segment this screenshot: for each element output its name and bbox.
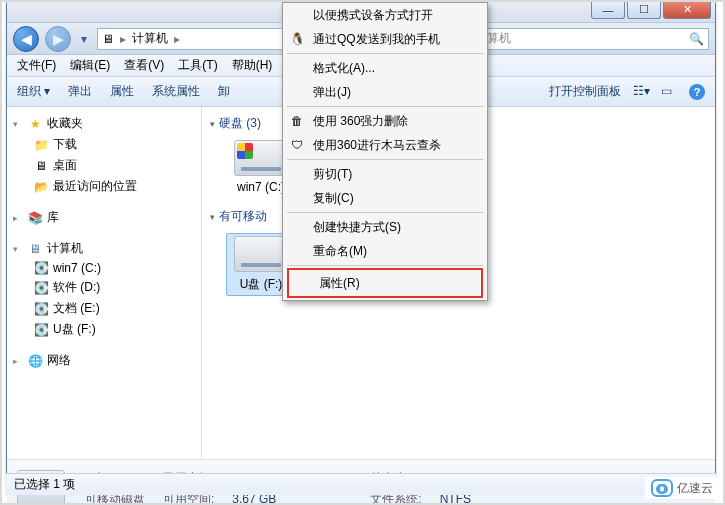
chevron-right-icon: ▸ xyxy=(13,213,23,223)
qq-icon: 🐧 xyxy=(289,32,305,46)
control-panel-button[interactable]: 打开控制面板 xyxy=(549,83,621,100)
eject-button[interactable]: 弹出 xyxy=(68,83,92,100)
preview-pane-icon[interactable]: ▭ xyxy=(661,84,677,100)
computer-icon: 🖥 xyxy=(27,242,43,256)
ctx-properties[interactable]: 属性(R) xyxy=(289,270,481,296)
status-bar: 已选择 1 项 xyxy=(6,473,716,495)
computer-icon: 🖥 xyxy=(102,32,114,46)
folder-icon: 📁 xyxy=(33,138,49,152)
sysprops-button[interactable]: 系统属性 xyxy=(152,83,200,100)
ctx-shortcut[interactable]: 创建快捷方式(S) xyxy=(283,215,487,239)
minimize-button[interactable]: — xyxy=(591,1,625,19)
sidebar-item-label: 网络 xyxy=(47,352,71,369)
desktop-icon: 🖥 xyxy=(33,159,49,173)
menu-help[interactable]: 帮助(H) xyxy=(232,57,273,74)
sidebar-item-desktop[interactable]: 🖥桌面 xyxy=(11,155,197,176)
sidebar-item-label: 计算机 xyxy=(47,240,83,257)
ctx-360-scan[interactable]: 🛡使用360进行木马云查杀 xyxy=(283,133,487,157)
sidebar-item-label: 库 xyxy=(47,209,59,226)
navigation-pane: ▾ ★ 收藏夹 📁下载 🖥桌面 📂最近访问的位置 ▸ 📚 库 ▾ 🖥 xyxy=(7,107,202,459)
drive-icon: 💽 xyxy=(33,281,49,295)
sidebar-item-recent[interactable]: 📂最近访问的位置 xyxy=(11,176,197,197)
ctx-qq-send[interactable]: 🐧通过QQ发送到我的手机 xyxy=(283,27,487,51)
organize-button[interactable]: 组织 ▾ xyxy=(17,83,50,100)
search-icon[interactable]: 🔍 xyxy=(689,32,704,46)
chevron-right-icon: ▸ xyxy=(13,356,23,366)
library-icon: 📚 xyxy=(27,211,43,225)
folder-icon: 📂 xyxy=(33,180,49,194)
sidebar-item-label: 收藏夹 xyxy=(47,115,83,132)
sidebar-item-downloads[interactable]: 📁下载 xyxy=(11,134,197,155)
drive-icon: 💽 xyxy=(33,261,49,275)
drive-icon xyxy=(234,140,288,176)
drive-icon: 💽 xyxy=(33,323,49,337)
watermark: 亿速云 xyxy=(645,477,719,499)
ctx-open-portable[interactable]: 以便携式设备方式打开 xyxy=(283,3,487,27)
breadcrumb-sep2[interactable]: ▸ xyxy=(174,32,180,46)
breadcrumb-sep: ▸ xyxy=(120,32,126,46)
watermark-logo-icon xyxy=(651,479,673,497)
chevron-down-icon: ▾ xyxy=(13,119,23,129)
sidebar-network[interactable]: ▸ 🌐 网络 xyxy=(11,350,197,371)
ctx-properties-highlight: 属性(R) xyxy=(287,268,483,298)
menu-tools[interactable]: 工具(T) xyxy=(178,57,217,74)
uninstall-button[interactable]: 卸 xyxy=(218,83,230,100)
chevron-down-icon: ▾ xyxy=(210,119,215,129)
ctx-360-delete[interactable]: 🗑使用 360强力删除 xyxy=(283,109,487,133)
context-menu: 以便携式设备方式打开 🐧通过QQ发送到我的手机 格式化(A)... 弹出(J) … xyxy=(282,2,488,301)
properties-button[interactable]: 属性 xyxy=(110,83,134,100)
ctx-rename[interactable]: 重命名(M) xyxy=(283,239,487,263)
sidebar-drive-c[interactable]: 💽win7 (C:) xyxy=(11,259,197,277)
sidebar-computer[interactable]: ▾ 🖥 计算机 xyxy=(11,238,197,259)
shield-icon: 🛡 xyxy=(289,138,305,152)
status-text: 已选择 1 项 xyxy=(14,476,75,493)
trash-icon: 🗑 xyxy=(289,114,305,128)
forward-button[interactable]: ▶ xyxy=(45,26,71,52)
sidebar-drive-f[interactable]: 💽U盘 (F:) xyxy=(11,319,197,340)
drive-icon: 💽 xyxy=(33,302,49,316)
ctx-copy[interactable]: 复制(C) xyxy=(283,186,487,210)
menu-edit[interactable]: 编辑(E) xyxy=(70,57,110,74)
star-icon: ★ xyxy=(27,117,43,131)
sidebar-drive-d[interactable]: 💽软件 (D:) xyxy=(11,277,197,298)
sidebar-drive-e[interactable]: 💽文档 (E:) xyxy=(11,298,197,319)
history-dropdown[interactable]: ▾ xyxy=(77,28,91,50)
ctx-cut[interactable]: 剪切(T) xyxy=(283,162,487,186)
sidebar-favorites[interactable]: ▾ ★ 收藏夹 xyxy=(11,113,197,134)
ctx-format[interactable]: 格式化(A)... xyxy=(283,56,487,80)
drive-icon xyxy=(234,236,288,272)
close-button[interactable]: ✕ xyxy=(663,1,711,19)
chevron-down-icon: ▾ xyxy=(210,212,215,222)
back-button[interactable]: ◀ xyxy=(13,26,39,52)
ctx-eject[interactable]: 弹出(J) xyxy=(283,80,487,104)
sidebar-libraries[interactable]: ▸ 📚 库 xyxy=(11,207,197,228)
maximize-button[interactable]: ☐ xyxy=(627,1,661,19)
chevron-down-icon: ▾ xyxy=(13,244,23,254)
window-controls: — ☐ ✕ xyxy=(589,1,711,19)
view-mode-icon[interactable]: ☷▾ xyxy=(633,84,649,100)
help-icon[interactable]: ? xyxy=(689,84,705,100)
menu-file[interactable]: 文件(F) xyxy=(17,57,56,74)
breadcrumb-computer[interactable]: 计算机 xyxy=(132,30,168,47)
network-icon: 🌐 xyxy=(27,354,43,368)
menu-view[interactable]: 查看(V) xyxy=(124,57,164,74)
